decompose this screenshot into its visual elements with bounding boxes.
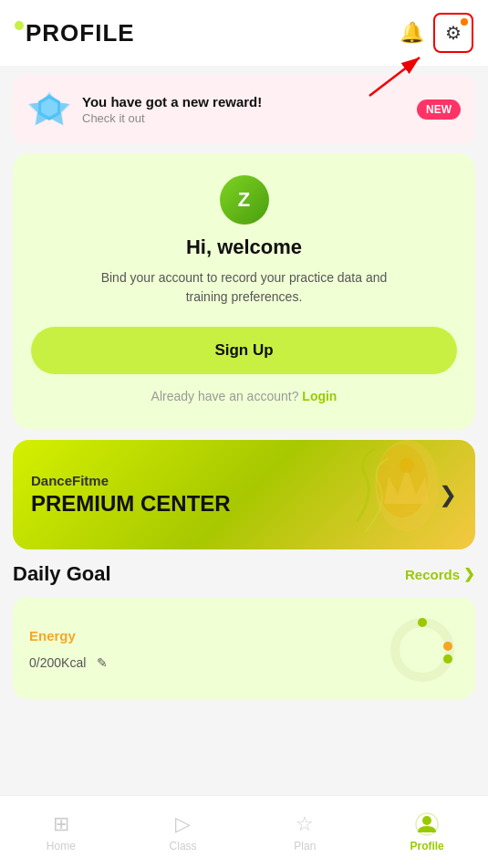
class-icon: ▷: [175, 812, 191, 836]
records-link[interactable]: Records ❯: [405, 566, 475, 582]
header-icons: 🔔 ⚙: [400, 13, 473, 53]
home-icon: ⊞: [53, 812, 69, 836]
premium-chevron-icon: ❯: [439, 482, 457, 507]
energy-value: 0/200Kcal ✎: [29, 649, 108, 673]
nav-profile[interactable]: Profile: [366, 796, 488, 868]
daily-goal-section: Daily Goal Records ❯ Energy 0/200Kcal ✎: [13, 562, 475, 699]
reward-icon: [27, 88, 71, 131]
daily-goal-header: Daily Goal Records ❯: [13, 562, 475, 586]
settings-notification-dot: [461, 18, 468, 26]
nav-plan[interactable]: ☆ Plan: [244, 796, 367, 868]
energy-info: Energy 0/200Kcal ✎: [29, 628, 108, 673]
energy-label: Energy: [29, 628, 108, 643]
energy-unit: /200Kcal: [36, 655, 86, 670]
reward-subtitle: Check it out: [82, 111, 406, 125]
welcome-card: Z Hi, welcome Bind your account to recor…: [13, 153, 475, 429]
avatar: Z: [220, 175, 269, 225]
svg-point-13: [443, 654, 452, 664]
gear-icon: ⚙: [445, 22, 462, 44]
nav-class-label: Class: [170, 840, 197, 852]
nav-home[interactable]: ⊞ Home: [0, 796, 122, 868]
premium-decoration: [338, 440, 439, 549]
premium-brand-label: DanceFitme: [31, 473, 231, 488]
nav-profile-label: Profile: [410, 840, 443, 852]
new-badge: NEW: [417, 99, 461, 120]
nav-home-label: Home: [47, 840, 76, 852]
signup-button[interactable]: Sign Up: [31, 327, 457, 374]
notification-bell-icon[interactable]: 🔔: [400, 21, 424, 45]
svg-point-10: [395, 622, 450, 677]
title-text: PROFILE: [26, 19, 135, 47]
reward-text: You have got a new reward! Check it out: [82, 94, 406, 125]
welcome-description: Bind your account to record your practic…: [99, 268, 390, 307]
page-title: PROFILE: [15, 19, 135, 47]
daily-goal-title: Daily Goal: [13, 562, 111, 586]
welcome-title: Hi, welcome: [31, 235, 457, 259]
energy-donut-chart: [386, 613, 459, 686]
nav-plan-label: Plan: [294, 840, 316, 852]
svg-point-14: [422, 816, 431, 825]
profile-nav-icon: [415, 812, 439, 836]
avatar-letter: Z: [238, 188, 250, 212]
nav-spacer: [0, 708, 488, 790]
energy-number: 0: [29, 655, 36, 670]
green-dot-decoration: [15, 21, 24, 30]
records-label: Records: [405, 567, 460, 582]
plan-icon: ☆: [296, 812, 314, 836]
reward-banner[interactable]: You have got a new reward! Check it out …: [13, 75, 475, 144]
premium-title: PREMIUM CENTER: [31, 492, 231, 516]
login-link[interactable]: Login: [302, 389, 337, 403]
records-chevron-icon: ❯: [463, 566, 475, 582]
header: PROFILE 🔔 ⚙: [0, 0, 488, 66]
premium-text: DanceFitme PREMIUM CENTER: [31, 473, 231, 516]
reward-title: You have got a new reward!: [82, 94, 406, 110]
svg-point-9: [400, 458, 414, 473]
svg-point-12: [443, 642, 452, 651]
nav-class[interactable]: ▷ Class: [122, 796, 244, 868]
premium-banner[interactable]: DanceFitme PREMIUM CENTER ❯: [13, 440, 475, 549]
settings-button[interactable]: ⚙: [433, 13, 473, 53]
energy-card: Energy 0/200Kcal ✎: [13, 597, 475, 699]
login-prompt: Already have an account? Login: [31, 389, 457, 403]
login-prompt-text: Already have an account?: [151, 389, 299, 403]
bottom-nav: ⊞ Home ▷ Class ☆ Plan Profile: [0, 795, 488, 868]
edit-icon[interactable]: ✎: [97, 655, 108, 670]
